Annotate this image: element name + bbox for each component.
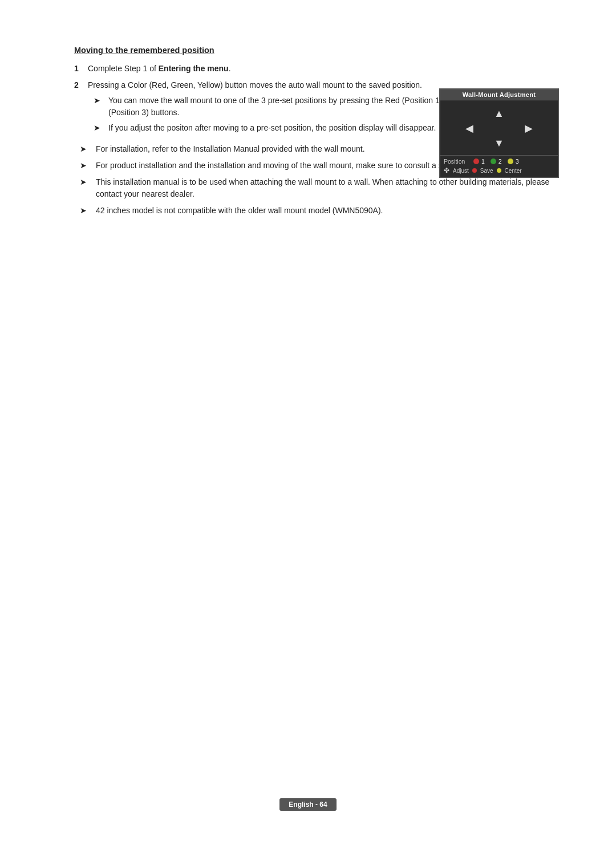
center-dot (497, 168, 501, 173)
section-heading: Moving to the remembered position (74, 46, 559, 55)
bullet-text: For installation, refer to the Installat… (96, 143, 365, 155)
page-footer: English - 64 (0, 798, 616, 811)
up-arrow-button[interactable]: ▲ (491, 106, 508, 121)
arrow-icon: ➤ (94, 95, 105, 119)
down-arrow-row: ▼ (440, 136, 558, 151)
list-item: 1 Complete Step 1 of Entering the menu. (74, 63, 559, 75)
center-label: Center (505, 168, 522, 174)
footer-badge: English - 64 (279, 798, 336, 811)
arrow-icon: ➤ (80, 143, 92, 155)
bullet-text: 42 inches model is not compatible with t… (96, 205, 383, 217)
position-dot-1 (473, 159, 479, 164)
list-item: ➤ 42 inches model is not compatible with… (80, 205, 559, 217)
wall-mount-bottom: Position 1 2 3 ✤ Adjust Save Center (440, 155, 558, 177)
arrow-icon: ➤ (80, 160, 92, 172)
down-arrow-button[interactable]: ▼ (491, 136, 508, 151)
controls-row: ✤ Adjust Save Center (444, 166, 554, 174)
up-arrow-row: ▲ (440, 106, 558, 121)
step-number: 1 (74, 63, 86, 75)
position-dot-3 (508, 159, 513, 164)
arrow-icon: ➤ (94, 122, 105, 134)
step-1-text: Complete Step 1 of Entering the menu. (88, 63, 559, 75)
wall-mount-ui: Wall-Mount Adjustment ▲ ◀ ▶ ▼ Position 1… (439, 88, 559, 178)
lr-arrow-row: ◀ ▶ (440, 121, 558, 136)
sub-bullet-text: If you adjust the positon after moving t… (108, 122, 436, 134)
bold-text: Entering the menu (159, 64, 229, 73)
position-label: Position (444, 158, 471, 165)
position-num-3: 3 (516, 158, 519, 165)
list-item: ➤ This installation manual is to be used… (80, 176, 559, 200)
step-number: 2 (74, 79, 86, 137)
position-row: Position 1 2 3 (444, 158, 554, 165)
arrow-icon: ➤ (80, 176, 92, 200)
arrow-icon: ➤ (80, 205, 92, 217)
adjust-icon: ✤ (444, 166, 449, 174)
adjust-label: Adjust (453, 168, 469, 174)
wall-mount-title: Wall-Mount Adjustment (440, 90, 558, 100)
save-label: Save (480, 168, 493, 174)
wall-mount-arrows: ▲ ◀ ▶ ▼ (440, 100, 558, 155)
save-dot (472, 168, 477, 173)
position-dot-2 (491, 159, 496, 164)
right-arrow-button[interactable]: ▶ (520, 121, 537, 136)
left-arrow-button[interactable]: ◀ (461, 121, 478, 136)
position-num-1: 1 (481, 158, 485, 165)
position-num-2: 2 (499, 158, 502, 165)
bullet-text: This installation manual is to be used w… (96, 176, 559, 200)
